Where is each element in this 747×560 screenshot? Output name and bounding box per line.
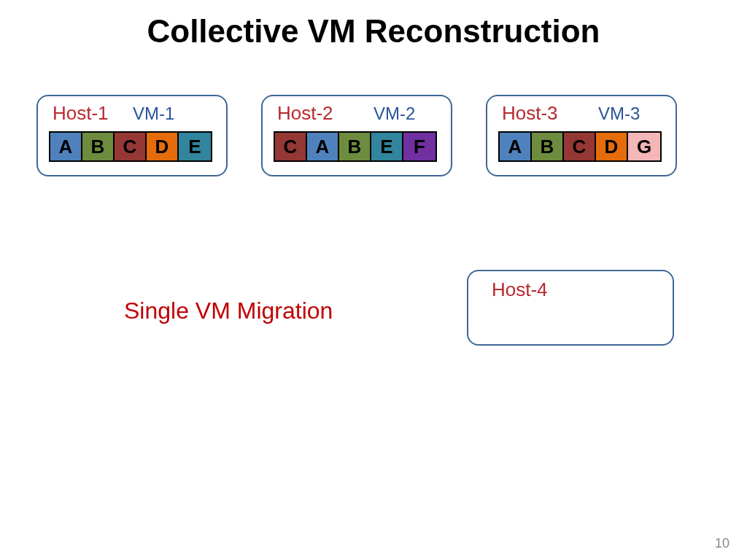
- host-1-block-row: A B C D E: [49, 131, 212, 162]
- host-3-block-row: A B C D G: [498, 131, 662, 162]
- host-1-block-1: B: [82, 133, 115, 160]
- host-3-block-0: A: [500, 133, 532, 160]
- host-1-block-3: D: [147, 133, 179, 160]
- host-3-block-3: D: [596, 133, 628, 160]
- host-1-label: Host-1: [53, 102, 109, 125]
- host-2-box: Host-2 VM-2 C A B E F: [261, 95, 452, 176]
- host-1-block-2: C: [115, 133, 147, 160]
- host-3-block-4: G: [628, 133, 660, 160]
- host-1-block-0: A: [50, 133, 82, 160]
- host-2-block-4: F: [403, 133, 436, 160]
- host-2-block-row: C A B E F: [274, 131, 437, 162]
- host-2-block-0: C: [275, 133, 307, 160]
- page-number: 10: [715, 536, 729, 551]
- host-3-label: Host-3: [502, 102, 558, 125]
- host-3-box: Host-3 VM-3 A B C D G: [486, 95, 677, 176]
- vm-3-label: VM-3: [598, 104, 640, 124]
- slide-title: Collective VM Reconstruction: [0, 13, 747, 50]
- host-3-block-2: C: [564, 133, 596, 160]
- host-2-label: Host-2: [277, 102, 333, 125]
- host-2-block-2: B: [339, 133, 371, 160]
- host-3-block-1: B: [532, 133, 564, 160]
- vm-2-label: VM-2: [374, 104, 415, 124]
- host-2-block-1: A: [307, 133, 339, 160]
- vm-1-label: VM-1: [133, 104, 174, 124]
- migration-caption: Single VM Migration: [124, 298, 333, 324]
- host-1-block-4: E: [179, 133, 211, 160]
- host-1-box: Host-1 VM-1 A B C D E: [36, 95, 228, 176]
- host-2-block-3: E: [371, 133, 403, 160]
- host-4-label: Host-4: [492, 279, 548, 301]
- host-4-box: Host-4: [467, 270, 674, 346]
